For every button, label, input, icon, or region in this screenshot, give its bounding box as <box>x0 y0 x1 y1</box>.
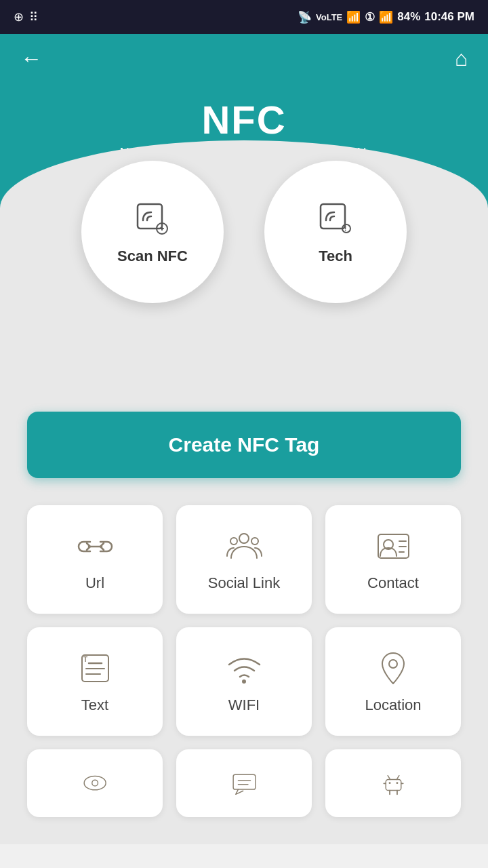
svg-line-36 <box>396 776 399 780</box>
svg-rect-25 <box>233 774 256 789</box>
svg-text:T: T <box>83 656 87 663</box>
partial-card-1[interactable] <box>27 749 163 817</box>
tech-card[interactable]: ! Tech <box>264 161 407 303</box>
cast-icon: 📡 <box>298 10 312 24</box>
location-tag-card[interactable]: Location <box>325 627 461 736</box>
svg-rect-28 <box>386 780 401 791</box>
app-icon-1: ⊕ <box>14 9 24 24</box>
svg-point-24 <box>92 780 98 786</box>
tag-grid-row1: Url Social Link <box>27 505 461 736</box>
scan-nfc-card[interactable]: Scan NFC <box>81 161 224 303</box>
page-title: NFC <box>0 97 488 142</box>
volte-icon: VoLTE <box>316 12 342 22</box>
status-left-icons: ⊕ ⠿ <box>14 9 38 24</box>
contact-label: Contact <box>367 574 419 592</box>
tag-grid-partial <box>27 749 461 817</box>
main-content: Create NFC Tag Url <box>0 276 488 844</box>
battery-percent: 84% <box>397 10 420 24</box>
svg-line-35 <box>388 776 390 780</box>
url-label: Url <box>85 574 104 592</box>
contact-icon <box>375 528 412 565</box>
svg-text:!: ! <box>344 225 346 233</box>
social-icon <box>226 528 263 565</box>
tech-label: Tech <box>319 248 352 265</box>
contact-tag-card[interactable]: Contact <box>325 505 461 614</box>
wifi-tag-card[interactable]: WIFI <box>176 627 312 736</box>
back-button[interactable]: ← <box>20 46 42 71</box>
svg-point-29 <box>388 782 390 784</box>
svg-point-9 <box>230 538 237 545</box>
social-link-tag-card[interactable]: Social Link <box>176 505 312 614</box>
partial-card-3[interactable] <box>325 749 461 817</box>
location-label: Location <box>365 696 421 714</box>
eye-icon <box>80 770 110 797</box>
location-icon <box>375 650 412 687</box>
tech-icon: ! <box>315 199 356 239</box>
sim-icon: ① <box>365 10 375 24</box>
scan-nfc-icon <box>132 199 173 239</box>
url-tag-card[interactable]: Url <box>27 505 163 614</box>
scan-nfc-label: Scan NFC <box>117 248 188 265</box>
text-icon: T <box>77 650 114 687</box>
status-right-info: 📡 VoLTE 📶 ① 📶 84% 10:46 PM <box>298 10 474 24</box>
app-icon-2: ⠿ <box>29 9 38 24</box>
header-area: ← ⌂ NFC NEAR FIELD COMMUNICATION Scan NF… <box>0 34 488 276</box>
partial-card-2[interactable] <box>176 749 312 817</box>
signal-icon: 📶 <box>379 10 393 24</box>
text-tag-card[interactable]: T Text <box>27 627 163 736</box>
svg-point-21 <box>242 679 246 684</box>
text-label: Text <box>81 696 108 714</box>
wifi-icon <box>226 650 263 687</box>
svg-point-22 <box>389 660 397 668</box>
sms-icon <box>229 770 260 797</box>
status-bar: ⊕ ⠿ 📡 VoLTE 📶 ① 📶 84% 10:46 PM <box>0 0 488 34</box>
home-button[interactable]: ⌂ <box>455 46 468 71</box>
svg-point-30 <box>396 782 398 784</box>
scan-cards-container: Scan NFC ! Tech <box>0 161 488 303</box>
android-icon <box>378 770 409 797</box>
social-link-label: Social Link <box>208 574 280 592</box>
svg-point-23 <box>84 776 106 789</box>
svg-point-10 <box>251 538 258 545</box>
wifi-status-icon: 📶 <box>346 10 361 24</box>
create-nfc-tag-button[interactable]: Create NFC Tag <box>27 412 461 478</box>
wifi-label: WIFI <box>228 696 260 714</box>
top-nav: ← ⌂ <box>0 34 488 83</box>
svg-point-8 <box>239 534 249 543</box>
time-display: 10:46 PM <box>424 10 474 24</box>
url-icon <box>77 528 114 565</box>
